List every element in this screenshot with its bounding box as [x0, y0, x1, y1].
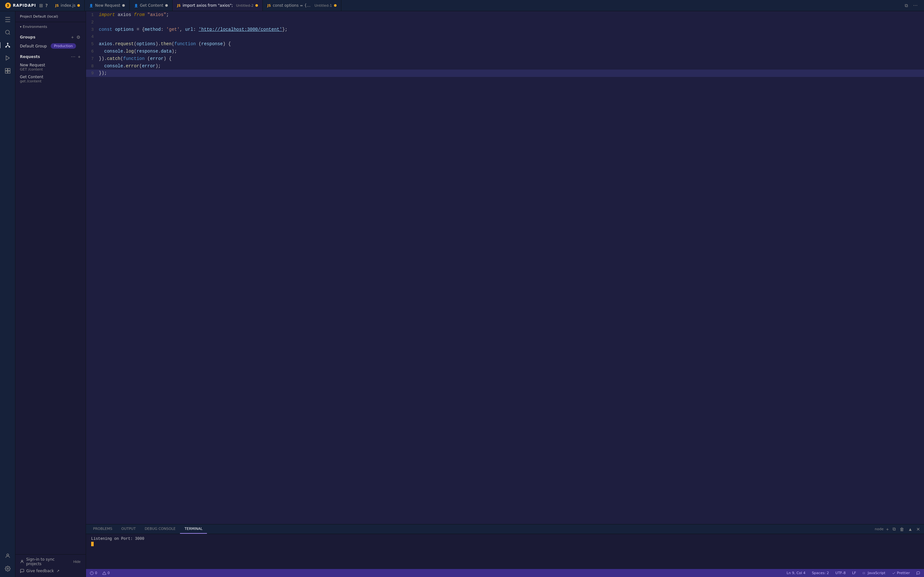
formatter-status[interactable]: Prettier	[891, 571, 911, 575]
eol-label: LF	[852, 571, 856, 575]
activity-explorer[interactable]	[2, 14, 13, 25]
tab-import-axios[interactable]: JSimport axios from "axios";Untitled-2	[173, 0, 263, 11]
close-panel-button[interactable]: ✕	[915, 526, 921, 532]
code-line-7: 7}).catch(function (error) {	[86, 55, 924, 63]
eol-status[interactable]: LF	[851, 571, 857, 575]
line-content-8[interactable]: console.error(error);	[99, 63, 161, 69]
feedback-status[interactable]	[915, 571, 921, 575]
activity-search[interactable]	[2, 27, 13, 38]
line-content-5[interactable]: axios.request(options).then(function (re…	[99, 40, 231, 47]
terminal-cursor	[91, 542, 94, 546]
requests-header: Requests ⋯ +	[15, 50, 86, 61]
panel-tab-output[interactable]: OUTPUT	[117, 524, 140, 534]
panel-tab-terminal[interactable]: TERMINAL	[180, 524, 207, 534]
svg-point-13	[7, 554, 9, 556]
tab-get-content[interactable]: 👤Get Content	[129, 0, 173, 11]
activity-settings[interactable]	[2, 563, 13, 574]
code-line-9: 9});	[86, 69, 924, 77]
request-item-0[interactable]: New RequestGET /content	[15, 61, 86, 73]
hide-button[interactable]: Hide	[73, 559, 81, 564]
sign-in-sync-button[interactable]: Sign-in to sync projects Hide	[20, 557, 81, 566]
warnings-count-label: 0	[107, 571, 110, 575]
js-tab-icon: JS	[177, 4, 181, 7]
tab-close-or-dirty[interactable]	[255, 4, 258, 7]
project-label: Project Default (local)	[15, 11, 86, 22]
errors-count[interactable]: 0	[89, 571, 99, 575]
js-tab-icon: JS	[55, 4, 59, 7]
maximize-panel-button[interactable]: ▲	[907, 526, 914, 532]
line-col-status[interactable]: Ln 9, Col 4	[785, 571, 807, 575]
encoding-status[interactable]: UTF-8	[834, 571, 847, 575]
svg-point-15	[21, 560, 23, 562]
line-number-6: 6	[86, 48, 99, 55]
editor-content[interactable]: 1import axios from "axios";2 3const opti…	[86, 11, 924, 524]
help-icon: ?	[45, 3, 48, 8]
language-status[interactable]: {} JavaScript	[861, 571, 887, 575]
requests-more-button[interactable]: ⋯	[70, 53, 76, 60]
line-content-7[interactable]: }).catch(function (error) {	[99, 55, 172, 62]
line-content-6[interactable]: console.log(response.data);	[99, 48, 177, 55]
request-name-1: Get Content	[20, 75, 81, 79]
environments-header[interactable]: ▾ Environments	[20, 25, 81, 29]
line-col-label: Ln 9, Col 4	[787, 571, 806, 575]
svg-text:{}: {}	[863, 572, 865, 574]
code-line-1: 1import axios from "axios";	[86, 11, 924, 19]
tab-new-request[interactable]: 👤New Request	[85, 0, 129, 11]
svg-point-0	[5, 30, 9, 34]
statusbar: 0 0 Ln 9, Col 4 Spaces: 2 UTF-8 LF	[86, 569, 924, 577]
line-content-9[interactable]: });	[99, 69, 107, 77]
default-group-item[interactable]: Default Group Production	[15, 42, 86, 50]
give-feedback-button[interactable]: Give feedback ↗	[20, 567, 81, 574]
line-number-9: 9	[86, 70, 99, 77]
project-name: Default (local)	[33, 15, 58, 19]
code-line-4: 4	[86, 33, 924, 40]
line-number-5: 5	[86, 41, 99, 48]
code-line-2: 2	[86, 19, 924, 26]
statusbar-left: 0 0	[89, 571, 784, 575]
activity-bar	[0, 11, 15, 577]
svg-rect-12	[8, 71, 10, 73]
sidebar: Project Default (local) ▾ Environments G…	[15, 11, 86, 577]
app-logo[interactable]: 3 RAPIDAPI ⊞ ?	[3, 3, 51, 8]
errors-count-label: 0	[95, 571, 97, 575]
activity-source-control[interactable]	[2, 39, 13, 51]
tab-bar: JSindex.js👤New Request👤Get ContentJSimpo…	[51, 0, 901, 11]
add-request-button[interactable]: +	[78, 53, 81, 60]
panel-tab-problems[interactable]: PROBLEMS	[89, 524, 117, 534]
request-item-1[interactable]: Get Contentget /content	[15, 73, 86, 85]
tab-const-options[interactable]: JSconst options = {method: 'get'};Untitl…	[263, 0, 341, 11]
panel-tab-debug-console[interactable]: DEBUG CONSOLE	[140, 524, 180, 534]
production-badge[interactable]: Production	[51, 43, 76, 49]
tab-close-or-dirty[interactable]	[78, 4, 80, 7]
tab-close-or-dirty[interactable]	[334, 4, 336, 7]
new-terminal-button[interactable]: +	[885, 526, 890, 532]
req-tab-icon: 👤	[89, 4, 93, 7]
tab-close-or-dirty[interactable]	[165, 4, 168, 7]
tab-index-js[interactable]: JSindex.js	[51, 0, 85, 11]
activity-extensions[interactable]	[2, 65, 13, 77]
split-editor-button[interactable]: ⧉	[903, 2, 909, 9]
activity-account[interactable]	[2, 550, 13, 562]
line-content-3[interactable]: const options = {method: 'get', url: 'ht…	[99, 26, 288, 33]
activity-run[interactable]	[2, 52, 13, 64]
line-content-1[interactable]: import axios from "axios";	[99, 11, 169, 18]
line-content-4[interactable]	[99, 33, 102, 40]
filter-groups-button[interactable]: ⚙	[76, 34, 81, 40]
terminal-cursor-line	[91, 542, 919, 546]
line-number-8: 8	[86, 63, 99, 70]
encoding-label: UTF-8	[835, 571, 846, 575]
svg-line-1	[9, 33, 10, 34]
kill-terminal-button[interactable]: 🗑	[898, 526, 905, 532]
check-icon	[892, 571, 896, 575]
split-terminal-button[interactable]: ⧉	[891, 526, 897, 532]
tab-close-or-dirty[interactable]	[122, 4, 125, 7]
node-label: node	[875, 527, 884, 531]
panel-content: Listening on Port: 3000	[86, 534, 924, 569]
add-group-button[interactable]: +	[71, 34, 74, 40]
warnings-count[interactable]: 0	[101, 571, 111, 575]
more-actions-button[interactable]: ⋯	[912, 2, 919, 9]
spaces-status[interactable]: Spaces: 2	[811, 571, 830, 575]
warning-icon	[102, 571, 106, 575]
line-content-2[interactable]	[99, 19, 102, 26]
tab-label: import axios from "axios";	[183, 3, 233, 8]
